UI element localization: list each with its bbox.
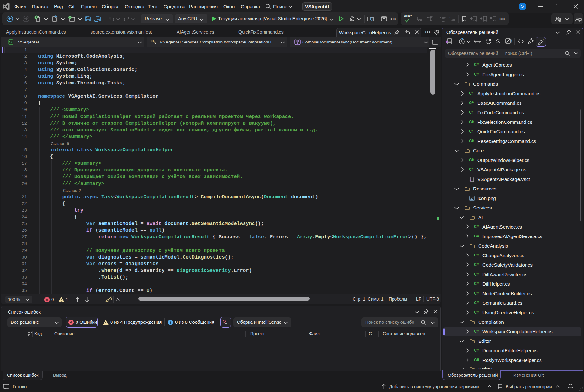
svg-text:2: 2 bbox=[449, 16, 451, 19]
svg-text:C#: C# bbox=[9, 41, 12, 44]
